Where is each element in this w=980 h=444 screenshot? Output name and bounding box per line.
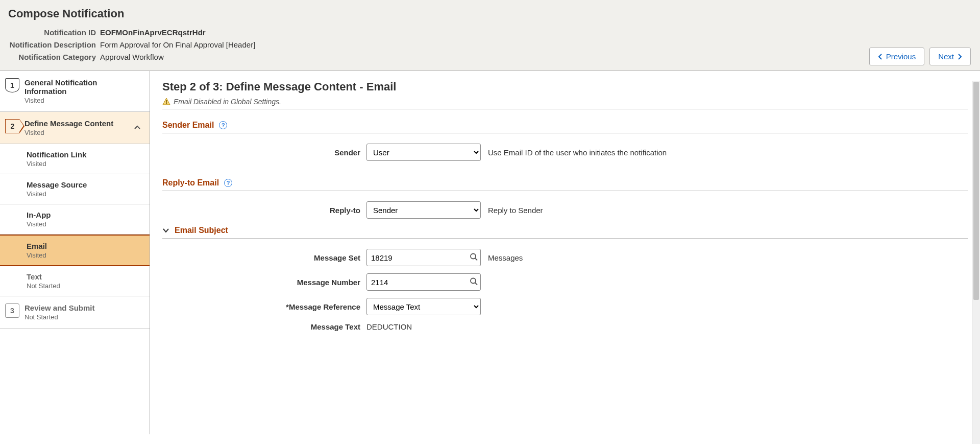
warning-text: Email Disabled in Global Settings. bbox=[174, 98, 281, 106]
meta-label-cat: Notification Category bbox=[8, 52, 100, 62]
msgset-field[interactable] bbox=[366, 249, 481, 266]
substep-email-title: Email bbox=[27, 242, 141, 250]
sender-label: Sender bbox=[162, 148, 366, 157]
notification-meta: Notification ID EOFMOnFinAprvECRqstrHdr … bbox=[8, 28, 972, 62]
section-email-subject: Email Subject bbox=[162, 226, 968, 239]
msgtext-label: Message Text bbox=[162, 322, 366, 331]
step-2-number: 2 bbox=[5, 119, 19, 133]
substep-in-app-title: In-App bbox=[27, 211, 141, 219]
help-icon[interactable]: ? bbox=[224, 179, 232, 187]
svg-point-5 bbox=[471, 278, 476, 284]
replyto-label: Reply-to bbox=[162, 206, 366, 215]
step-2-status: Visited bbox=[24, 129, 128, 136]
svg-rect-2 bbox=[166, 103, 167, 104]
step-2-define-content[interactable]: 2 Define Message Content Visited bbox=[0, 112, 150, 144]
substep-notification-link-status: Visited bbox=[27, 160, 141, 168]
msgref-label: *Message Reference bbox=[162, 302, 366, 311]
substep-text-status: Not Started bbox=[27, 282, 141, 290]
search-icon bbox=[470, 277, 478, 286]
warning-row: Email Disabled in Global Settings. bbox=[162, 98, 968, 109]
substep-text[interactable]: Text Not Started bbox=[0, 266, 150, 296]
scrollbar[interactable] bbox=[972, 81, 980, 444]
step-3-number: 3 bbox=[5, 303, 19, 318]
step-1-number: 1 bbox=[5, 78, 19, 92]
help-icon[interactable]: ? bbox=[219, 121, 227, 129]
substep-message-source-title: Message Source bbox=[27, 180, 141, 189]
msgtext-value: DEDUCTION bbox=[366, 322, 412, 331]
section-reply-to-title: Reply-to Email bbox=[162, 178, 219, 188]
section-email-subject-title: Email Subject bbox=[175, 226, 228, 235]
page-title: Compose Notification bbox=[8, 7, 972, 20]
msgset-hint: Messages bbox=[488, 253, 523, 262]
msgnum-lookup-button[interactable] bbox=[470, 277, 478, 287]
wizard-sidebar: 1 General Notification Information Visit… bbox=[0, 71, 150, 434]
substep-in-app-status: Visited bbox=[27, 220, 141, 228]
substep-text-title: Text bbox=[27, 272, 141, 281]
step-1-general-info[interactable]: 1 General Notification Information Visit… bbox=[0, 71, 150, 112]
main-content: Step 2 of 3: Define Message Content - Em… bbox=[150, 71, 980, 434]
svg-line-4 bbox=[475, 259, 477, 261]
warning-icon bbox=[162, 98, 170, 106]
msgset-lookup-button[interactable] bbox=[470, 253, 478, 263]
replyto-hint: Reply to Sender bbox=[488, 206, 543, 215]
chevron-down-icon[interactable] bbox=[162, 227, 169, 234]
previous-label: Previous bbox=[886, 52, 916, 61]
section-reply-to: Reply-to Email ? bbox=[162, 178, 968, 191]
step-3-review-submit[interactable]: 3 Review and Submit Not Started bbox=[0, 296, 150, 329]
substep-notification-link-title: Notification Link bbox=[27, 150, 141, 159]
step-heading: Step 2 of 3: Define Message Content - Em… bbox=[162, 80, 968, 94]
chevron-up-icon[interactable] bbox=[133, 124, 141, 132]
meta-value-id: EOFMOnFinAprvECRqstrHdr bbox=[100, 28, 206, 38]
msgref-select[interactable]: Message Text bbox=[366, 298, 481, 315]
next-button[interactable]: Next bbox=[929, 48, 971, 65]
page-header: Compose Notification Notification ID EOF… bbox=[0, 0, 980, 71]
svg-point-3 bbox=[471, 254, 476, 259]
step-1-status: Visited bbox=[24, 97, 141, 104]
chevron-left-icon bbox=[878, 53, 883, 60]
step-3-title: Review and Submit bbox=[24, 303, 141, 312]
scrollbar-thumb[interactable] bbox=[973, 82, 979, 300]
step-1-title: General Notification Information bbox=[24, 78, 141, 96]
sender-hint: Use Email ID of the user who initiates t… bbox=[488, 148, 667, 157]
chevron-right-icon bbox=[957, 53, 962, 60]
meta-value-desc: Form Approval for On Final Approval [Hea… bbox=[100, 40, 255, 50]
meta-label-id: Notification ID bbox=[8, 28, 100, 38]
substep-message-source-status: Visited bbox=[27, 190, 141, 198]
substep-notification-link[interactable]: Notification Link Visited bbox=[0, 144, 150, 174]
svg-rect-1 bbox=[166, 100, 167, 103]
replyto-select[interactable]: Sender bbox=[366, 201, 481, 219]
substep-email[interactable]: Email Visited bbox=[0, 235, 150, 266]
msgnum-field[interactable] bbox=[366, 273, 481, 291]
previous-button[interactable]: Previous bbox=[869, 48, 924, 65]
search-icon bbox=[470, 253, 478, 261]
substep-in-app[interactable]: In-App Visited bbox=[0, 204, 150, 235]
msgset-label: Message Set bbox=[162, 253, 366, 262]
svg-line-6 bbox=[475, 283, 477, 285]
substep-email-status: Visited bbox=[27, 251, 141, 259]
sender-select[interactable]: User bbox=[366, 144, 481, 161]
meta-value-cat: Approval Workflow bbox=[100, 52, 164, 62]
meta-label-desc: Notification Description bbox=[8, 40, 100, 50]
step-2-title: Define Message Content bbox=[24, 119, 128, 128]
section-sender-email: Sender Email ? bbox=[162, 121, 968, 133]
next-label: Next bbox=[938, 52, 954, 61]
msgnum-label: Message Number bbox=[162, 278, 366, 287]
substep-message-source[interactable]: Message Source Visited bbox=[0, 174, 150, 204]
step-3-status: Not Started bbox=[24, 313, 141, 321]
section-sender-email-title: Sender Email bbox=[162, 121, 214, 130]
